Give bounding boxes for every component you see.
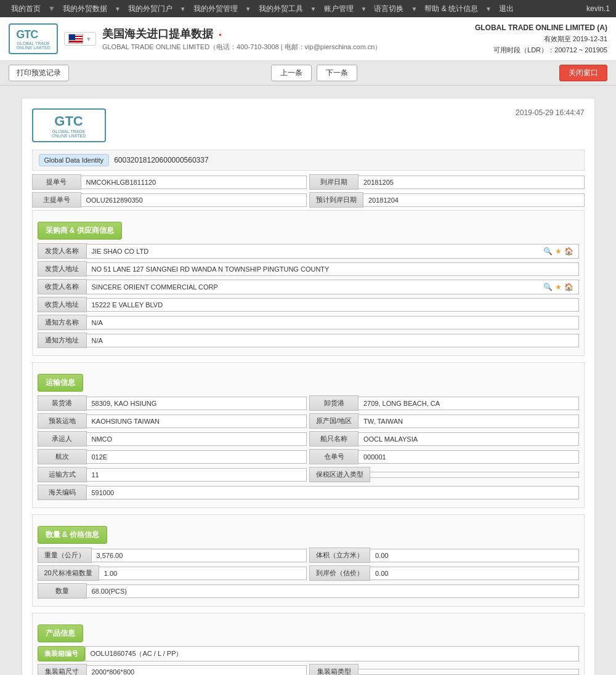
- us-flag-icon: [68, 34, 83, 44]
- container-type-value: [359, 669, 579, 675]
- bonded-zone-value: [370, 472, 579, 478]
- arrival-date-value: 20181205: [359, 176, 585, 189]
- transport-origin-row: 预装运地 KAOHSIUNG TAIWAN 原产国/地区 TW, TAIWAN: [38, 413, 579, 429]
- top-toolbar: 打印预览记录 上一条 下一条 关闭窗口: [0, 61, 616, 86]
- weight-field: 重量（公斤） 3,576.00: [38, 548, 307, 563]
- unloading-port-field: 卸货港 2709, LONG BEACH, CA: [309, 395, 579, 411]
- container-20ft-label: 20尺标准箱数量: [38, 565, 99, 581]
- record-logo-text: GTC: [54, 113, 83, 129]
- account-info: GLOBAL TRADE ONLINE LIMITED (A) 有效期至 201…: [475, 22, 607, 55]
- record-logo: GTC GLOBAL TRADEONLINE LIMITED: [32, 108, 106, 142]
- origin-country-value: TW, TAIWAN: [359, 414, 578, 428]
- voyage-value: 012E: [87, 450, 307, 464]
- arrival-date-label: 到岸日期: [309, 174, 359, 190]
- nav-portal[interactable]: 我的外贸门户: [123, 0, 177, 17]
- bill-number-field: 提单号 NMCOKHLGB1811120: [32, 174, 307, 190]
- notify-name-value: N/A: [87, 316, 579, 329]
- origin-country-label: 原产国/地区: [309, 413, 359, 429]
- voyage-label: 航次: [38, 449, 87, 464]
- close-button[interactable]: 关闭窗口: [559, 65, 607, 81]
- nav-language[interactable]: 语言切换: [369, 0, 408, 17]
- vessel-name-field: 船只名称 OOCL MALAYSIA: [309, 431, 579, 447]
- bonded-zone-label: 保税区进入类型: [309, 467, 370, 482]
- receiver-address-label: 收货人地址: [38, 297, 87, 312]
- language-selector[interactable]: ▼: [64, 32, 96, 46]
- nav-account[interactable]: 账户管理: [319, 0, 359, 17]
- print-button[interactable]: 打印预览记录: [9, 65, 69, 81]
- loading-port-label: 装货港: [38, 395, 87, 411]
- volume-value: 0.00: [370, 549, 579, 562]
- home-icon[interactable]: 🏠: [564, 247, 573, 256]
- landing-price-label: 到岸价（估价）: [309, 565, 370, 581]
- nav-tools[interactable]: 我的外贸工具: [254, 0, 308, 17]
- search-icon[interactable]: 🔍: [543, 247, 553, 256]
- nav-home[interactable]: 我的首页: [6, 0, 46, 17]
- container-type-label: 集装箱类型: [309, 664, 359, 675]
- logo: GTC GLOBAL TRADEONLINE LIMITED: [9, 23, 58, 54]
- container-type-field: 集装箱类型: [309, 664, 579, 675]
- master-bill-value: OOLU2612890350: [81, 193, 307, 207]
- user-info: kevin.1: [586, 4, 610, 13]
- weight-value: 3,576.00: [92, 549, 307, 562]
- dropdown-arrow-icon: ▼: [86, 36, 92, 42]
- container-no-value: 000001: [359, 450, 579, 464]
- receiver-name-row: 收货人名称 SINCERE ORIENT COMMERCIAL CORP 🔍 ★…: [38, 279, 579, 294]
- notify-name-label: 通知方名称: [38, 315, 87, 330]
- nav-management[interactable]: 我的外贸管理: [188, 0, 243, 17]
- receiver-home-icon[interactable]: 🏠: [564, 283, 573, 291]
- container-price-row: 20尺标准箱数量 1.00 到岸价（估价） 0.00: [38, 565, 579, 581]
- receiver-name-text: SINCERE ORIENT COMMERCIAL CORP: [92, 283, 218, 291]
- prev-button[interactable]: 上一条: [271, 65, 312, 81]
- landing-price-field: 到岸价（估价） 0.00: [309, 565, 579, 581]
- transport-mode-label: 运输方式: [38, 467, 87, 482]
- shipper-address-label: 发货人地址: [38, 261, 87, 277]
- master-bill-label: 主提单号: [32, 192, 81, 208]
- valid-until: 有效期至 2019-12-31: [475, 34, 607, 45]
- arrival-date-field: 到岸日期 20181205: [309, 174, 585, 190]
- loading-port-field: 装货港 58309, KAO HSIUNG: [38, 395, 307, 411]
- buyer-supplier-section: 采购商 & 供应商信息 发货人名称 JIE SHAO CO LTD 🔍 ★ 🏠 …: [32, 210, 585, 356]
- record-header: GTC GLOBAL TRADEONLINE LIMITED 2019-05-2…: [32, 108, 585, 142]
- receiver-search-icon[interactable]: 🔍: [543, 283, 553, 291]
- global-data-identity-row: Global Data Identity 6003201812060000056…: [32, 150, 585, 171]
- star-icon[interactable]: ★: [555, 247, 562, 256]
- customs-code-value: 591000: [87, 486, 579, 499]
- unloading-port-label: 卸货港: [309, 395, 359, 411]
- receiver-address-row: 收货人地址 15222 E VALLEY BLVD: [38, 297, 579, 312]
- notify-address-row: 通知方地址 N/A: [38, 333, 579, 348]
- record-container: GTC GLOBAL TRADEONLINE LIMITED 2019-05-2…: [22, 98, 595, 675]
- global-data-identity-value: 60032018120600000560337: [114, 156, 209, 164]
- port-row: 装货港 58309, KAO HSIUNG 卸货港 2709, LONG BEA…: [38, 395, 579, 411]
- estimated-date-value: 20181204: [363, 193, 585, 207]
- bill-number-value: NMCOKHLGB1811120: [81, 176, 307, 189]
- container-id-label[interactable]: 集装箱编号: [38, 646, 85, 661]
- landing-price-value: 0.00: [370, 567, 579, 580]
- container-size-field: 集装箱尺寸 2000*806*800: [38, 664, 307, 675]
- record-logo-sub: GLOBAL TRADEONLINE LIMITED: [52, 129, 86, 138]
- pre-transport-label: 预装运地: [38, 413, 87, 429]
- top-navigation: 我的首页 ▼ 我的外贸数据 ▼ 我的外贸门户 ▼ 我的外贸管理 ▼ 我的外贸工具…: [6, 0, 519, 17]
- origin-country-field: 原产国/地区 TW, TAIWAN: [309, 413, 579, 429]
- page-title: 美国海关进口提单数据 ▪: [102, 26, 382, 41]
- nav-logout[interactable]: 退出: [494, 0, 519, 17]
- notify-name-row: 通知方名称 N/A: [38, 315, 579, 330]
- transport-mode-value: 11: [87, 468, 307, 482]
- unloading-port-value: 2709, LONG BEACH, CA: [359, 397, 579, 410]
- header-left: GTC GLOBAL TRADEONLINE LIMITED ▼ 美国海关进口提…: [9, 23, 381, 54]
- quantity-row: 数量 68.00(PCS): [38, 583, 579, 599]
- nav-trade-data[interactable]: 我的外贸数据: [58, 0, 112, 17]
- vessel-name-value: OOCL MALAYSIA: [359, 432, 579, 446]
- receiver-star-icon[interactable]: ★: [555, 283, 562, 291]
- carrier-label: 承运人: [38, 431, 87, 447]
- receiver-name-label: 收货人名称: [38, 279, 87, 294]
- quantity-value: 68.00(PCS): [87, 584, 579, 598]
- master-bill-field: 主提单号 OOLU2612890350: [32, 192, 307, 208]
- header-contact: GLOBAL TRADE ONLINE LIMITED（电话：400-710-3…: [102, 42, 382, 52]
- transport-mode-bonded-row: 运输方式 11 保税区进入类型: [38, 467, 579, 482]
- container-20ft-value: 1.00: [99, 567, 307, 580]
- nav-help[interactable]: 帮助 & 统计信息: [419, 0, 483, 17]
- pre-transport-field: 预装运地 KAOHSIUNG TAIWAN: [38, 413, 307, 429]
- next-button[interactable]: 下一条: [317, 65, 357, 81]
- voyage-container-row: 航次 012E 仓单号 000001: [38, 449, 579, 464]
- shipper-name-text: JIE SHAO CO LTD: [92, 248, 149, 255]
